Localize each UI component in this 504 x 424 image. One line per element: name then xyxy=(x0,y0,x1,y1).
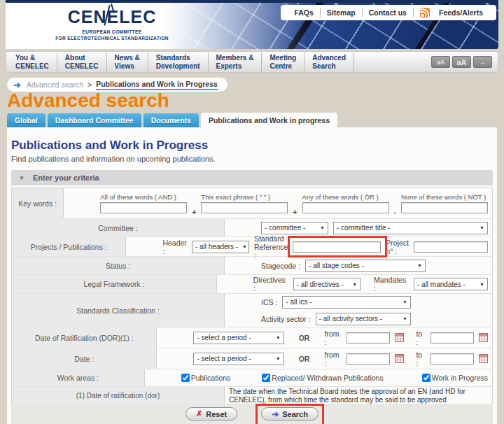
breadcrumb-parent-link[interactable]: Advanced search xyxy=(27,80,83,89)
keywords-label: Key words : xyxy=(12,188,64,218)
publications-checkbox[interactable] xyxy=(181,374,190,382)
cenelec-logo[interactable]: CENELEC EUROPEAN COMMITTEE FOR ELECTROTE… xyxy=(28,8,196,41)
form-row-projects-publications: Projects / Publications : Header : - all… xyxy=(12,237,492,257)
dor-period-select[interactable]: - select a period -▼ xyxy=(193,332,284,344)
committee-select[interactable]: - committee -▼ xyxy=(261,222,328,234)
directives-label: Directives : xyxy=(253,276,288,292)
calendar-icon[interactable] xyxy=(479,354,488,363)
keywords-phrase-input[interactable] xyxy=(201,202,288,213)
site-header: CENELEC EUROPEAN COMMITTEE FOR ELECTROTE… xyxy=(6,0,498,49)
footnote-label: (1) Date of ratification (dor) xyxy=(12,387,225,404)
keywords-and-input[interactable] xyxy=(100,202,187,213)
replaced-withdrawn-checkbox[interactable] xyxy=(262,374,270,382)
contact-us-link[interactable]: Contact us xyxy=(363,8,413,17)
breadcrumb-current: Publications and Work in Progress xyxy=(96,80,218,90)
standard-reference-input[interactable] xyxy=(293,241,381,253)
chevron-down-icon: ▼ xyxy=(276,335,281,340)
keywords-phrase-label: This exact phrase ( " " ) xyxy=(201,193,288,201)
date-period-select[interactable]: - select a period -▼ xyxy=(193,353,284,365)
tab-documents[interactable]: Documents xyxy=(144,113,199,127)
standards-classification-label: Standards Classification : xyxy=(12,294,225,327)
calendar-icon[interactable] xyxy=(395,333,404,342)
sitemap-link[interactable]: Sitemap xyxy=(321,8,362,17)
legal-framework-label: Legal Framework : xyxy=(12,275,217,293)
status-label: Status : xyxy=(12,257,225,274)
keywords-or-label: Any of these words ( OR ) xyxy=(302,193,389,201)
nav-item-advanced-search[interactable]: AdvancedSearch xyxy=(304,52,354,71)
work-area-publications: Publications xyxy=(181,374,231,382)
font-size-increase-button[interactable]: aA xyxy=(452,56,471,68)
activity-sector-select[interactable]: - all activity sectors -▼ xyxy=(316,313,411,325)
form-row-status: Status : Stagecode : - all stage codes -… xyxy=(12,257,492,275)
tab-global[interactable]: Global xyxy=(7,113,46,127)
keywords-not-label: None of these words ( NOT ) xyxy=(401,193,488,201)
date-from-input[interactable] xyxy=(346,353,390,365)
section-heading: Publications and Work in Progress xyxy=(11,139,493,153)
form-actions-bar: ✗ Reset ➜ Search xyxy=(11,404,493,424)
keywords-and-label: All of these words ( AND ) xyxy=(100,193,187,201)
project-number-input[interactable] xyxy=(414,241,488,253)
date-to-input[interactable] xyxy=(430,353,474,365)
page-width-toggle-button[interactable]: ↔ xyxy=(473,56,492,68)
work-area-replaced-withdrawn: Replaced/ Withdrawn Publications xyxy=(262,374,383,382)
section-intro: Find publications and information on upc… xyxy=(11,155,493,163)
feeds-alerts-link[interactable]: Feeds/Alerts xyxy=(433,8,489,17)
accessibility-tools: aA aA ↔ xyxy=(431,56,498,68)
keywords-separator: - xyxy=(394,208,397,216)
nav-item-news-views[interactable]: News &Views xyxy=(107,52,148,71)
keywords-separator: + xyxy=(293,208,297,216)
form-row-legal-framework: Legal Framework : Directives : - all dir… xyxy=(12,275,492,294)
reset-x-icon: ✗ xyxy=(196,409,202,418)
dor-from-input[interactable] xyxy=(346,332,390,344)
reset-button[interactable]: ✗ Reset xyxy=(186,407,237,421)
chevron-down-icon: ▼ xyxy=(276,356,281,361)
criteria-collapse-header[interactable]: ▼ Enter your criteria xyxy=(11,170,493,185)
project-number-label: Project n° : xyxy=(386,239,409,255)
directives-select[interactable]: - all directives -▼ xyxy=(293,278,360,290)
search-tabs: Global Dashboard Committee Documents Pub… xyxy=(7,113,497,127)
main-navigation: You &CENELEC AboutCENELEC News &Views St… xyxy=(6,51,498,73)
stagecode-select[interactable]: - all stage codes -▼ xyxy=(305,260,426,272)
committee-title-select[interactable]: - committee title -▼ xyxy=(333,222,488,234)
criteria-form: Key words : All of these words ( AND ) +… xyxy=(11,188,493,405)
tab-publications-work-in-progress[interactable]: Publications and Work in progress xyxy=(201,113,337,127)
header-select[interactable]: - all headers -▼ xyxy=(192,241,249,253)
nav-item-about-cenelec[interactable]: AboutCENELEC xyxy=(57,52,107,71)
publications-checkbox-label: Publications xyxy=(191,374,231,382)
nav-item-you-cenelec[interactable]: You &CENELEC xyxy=(8,52,57,71)
nav-item-meeting-centre[interactable]: MeetingCentre xyxy=(262,52,304,71)
form-row-standards-classification: Standards Classification : ICS : - all i… xyxy=(12,294,492,327)
chevron-down-icon: ▼ xyxy=(479,282,484,287)
chevron-down-icon: ▼ xyxy=(352,282,357,287)
search-button[interactable]: ➜ Search xyxy=(261,407,318,421)
nav-item-standards-development[interactable]: StandardsDevelopment xyxy=(148,52,209,71)
keywords-not-input[interactable] xyxy=(401,202,488,213)
chevron-down-icon: ▼ xyxy=(402,316,407,321)
faqs-link[interactable]: FAQs xyxy=(288,8,319,17)
date-from-label: from : xyxy=(324,351,342,367)
mandates-select[interactable]: - all mandates -▼ xyxy=(414,278,488,290)
projects-publications-label: Projects / Publications : xyxy=(12,237,126,256)
criteria-title: Enter your criteria xyxy=(33,174,99,182)
logo-subtitle: EUROPEAN COMMITTEE FOR ELECTROTECHNICAL … xyxy=(28,29,196,41)
nav-item-members-experts[interactable]: Members &Experts xyxy=(209,52,262,71)
rss-feed-icon[interactable] xyxy=(420,8,430,17)
font-size-decrease-button[interactable]: aA xyxy=(431,56,450,68)
search-arrow-icon: ➜ xyxy=(272,410,279,418)
keywords-or-group: Any of these words ( OR ) xyxy=(302,193,389,213)
keywords-or-input[interactable] xyxy=(302,202,389,213)
calendar-icon[interactable] xyxy=(479,333,488,342)
replaced-withdrawn-checkbox-label: Replaced/ Withdrawn Publications xyxy=(272,374,383,382)
work-areas-label: Work areas : xyxy=(12,369,145,386)
dor-to-input[interactable] xyxy=(430,332,474,344)
page-title: Advanced search xyxy=(7,90,169,112)
tab-dashboard-committee[interactable]: Dashboard Committee xyxy=(48,113,141,127)
chevron-down-icon: ▼ xyxy=(242,244,247,249)
footnote-text: The date when the Technical Board notes … xyxy=(225,387,492,404)
ics-select[interactable]: - all ics -▼ xyxy=(282,296,411,309)
dor-or-label: OR xyxy=(299,334,310,342)
calendar-icon[interactable] xyxy=(395,354,404,363)
work-in-progress-checkbox[interactable] xyxy=(422,374,430,382)
dor-to-label: to : xyxy=(416,330,426,346)
committee-label: Committee : xyxy=(12,219,225,236)
